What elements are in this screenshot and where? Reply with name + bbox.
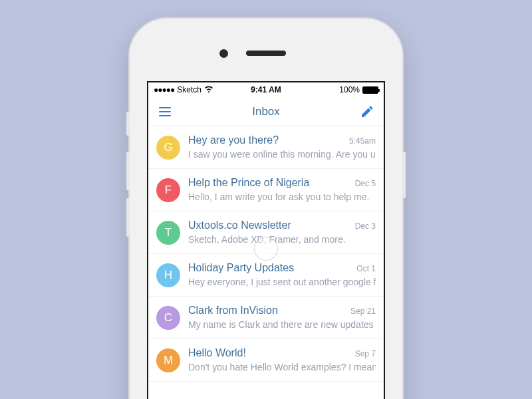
message-content: Holiday Party UpdatesOct 1Hey everyone, …	[188, 262, 376, 287]
message-content: Clark from InVisionSep 21My name is Clar…	[188, 305, 376, 330]
navbar: Inbox	[148, 97, 384, 126]
status-bar: ●●●●● Sketch 9:41 AM 100%	[148, 82, 384, 97]
avatar: G	[156, 136, 180, 160]
message-subject: Uxtools.co Newsletter	[188, 219, 350, 231]
battery-pct-label: 100%	[339, 85, 360, 94]
phone-speaker	[246, 51, 286, 56]
message-row[interactable]: HHoliday Party UpdatesOct 1Hey everyone,…	[148, 254, 384, 297]
screen: ●●●●● Sketch 9:41 AM 100% Inbox GHey are…	[147, 81, 385, 399]
message-date: Dec 5	[355, 179, 376, 188]
page-title: Inbox	[252, 105, 280, 118]
message-preview: My name is Clark and there are new updat…	[188, 319, 376, 330]
avatar: T	[156, 221, 180, 245]
hamburger-icon[interactable]	[156, 103, 174, 120]
carrier-label: Sketch	[177, 85, 201, 94]
message-date: 5:45am	[349, 136, 376, 146]
compose-icon[interactable]	[358, 103, 376, 120]
message-row[interactable]: FHelp the Prince of NigeriaDec 5Hello, I…	[148, 169, 384, 211]
avatar: C	[156, 306, 180, 330]
message-row[interactable]: MHello World!Sep 7Don't you hate Hello W…	[148, 339, 384, 382]
avatar: F	[156, 178, 180, 202]
message-subject: Hello World!	[188, 347, 350, 359]
message-row[interactable]: GHey are you there?5:45amI saw you were …	[148, 126, 384, 169]
message-date: Sep 21	[350, 307, 376, 316]
battery-icon	[362, 86, 378, 94]
message-preview: I saw you were online this morning. Are …	[188, 149, 376, 160]
message-preview: Hey everyone, I just sent out another go…	[188, 277, 376, 287]
message-date: Dec 3	[355, 221, 376, 231]
phone-frame: ●●●●● Sketch 9:41 AM 100% Inbox GHey are…	[130, 19, 402, 399]
message-row[interactable]: CClark from InVisionSep 21My name is Cla…	[148, 297, 384, 339]
message-content: Uxtools.co NewsletterDec 3Sketch, Adobe …	[188, 219, 376, 245]
message-subject: Holiday Party Updates	[188, 262, 351, 274]
message-preview: Hello, I am write you for ask you to hel…	[188, 192, 376, 202]
phone-power-button	[402, 152, 406, 198]
phone-mute-switch	[126, 112, 130, 136]
message-preview: Don't you hate Hello World examples? I m…	[188, 362, 376, 372]
message-subject: Hey are you there?	[188, 134, 344, 146]
wifi-icon	[204, 85, 213, 94]
message-content: Help the Prince of NigeriaDec 5Hello, I …	[188, 177, 376, 202]
message-subject: Clark from InVision	[188, 305, 345, 317]
message-content: Hey are you there?5:45amI saw you were o…	[188, 134, 376, 160]
message-preview: Sketch, Adobe XD, Framer, and more.	[188, 234, 376, 245]
message-date: Sep 7	[355, 349, 376, 358]
phone-volume-up	[126, 152, 130, 190]
phone-volume-down	[126, 198, 130, 237]
signal-dots-icon: ●●●●●	[154, 85, 174, 94]
message-content: Hello World!Sep 7Don't you hate Hello Wo…	[188, 347, 376, 372]
message-date: Oct 1	[356, 264, 376, 273]
avatar: H	[156, 263, 180, 287]
phone-camera	[219, 49, 228, 58]
avatar: M	[156, 348, 180, 372]
message-list[interactable]: GHey are you there?5:45amI saw you were …	[148, 126, 384, 382]
message-subject: Help the Prince of Nigeria	[188, 177, 350, 189]
message-row[interactable]: TUxtools.co NewsletterDec 3Sketch, Adobe…	[148, 211, 384, 254]
